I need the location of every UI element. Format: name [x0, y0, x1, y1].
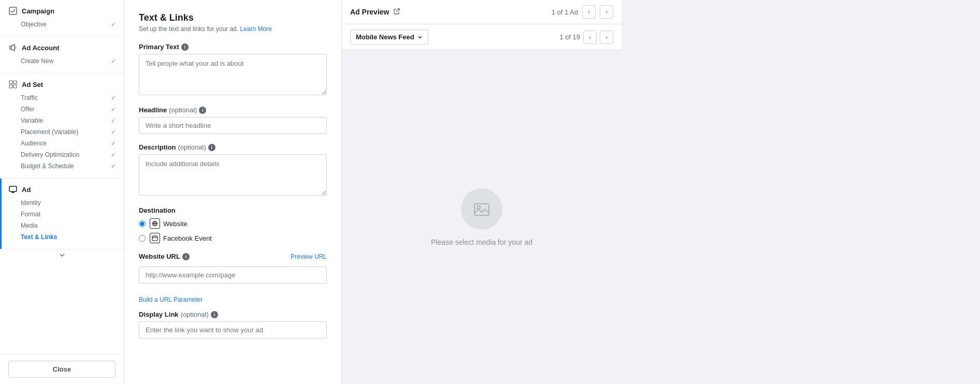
- headline-input[interactable]: [139, 117, 327, 134]
- preview-url-link[interactable]: Preview URL: [291, 253, 327, 260]
- ad-account-section: Ad Account Create New ✓: [0, 37, 124, 73]
- website-url-input[interactable]: [139, 267, 327, 284]
- destination-website-radio[interactable]: [139, 220, 146, 227]
- primary-text-input[interactable]: [139, 54, 327, 95]
- facebook-event-icon: [150, 233, 160, 243]
- identity-label: Identity: [21, 199, 41, 206]
- primary-text-info-icon[interactable]: i: [181, 43, 189, 51]
- audience-check: ✓: [111, 140, 116, 147]
- sidebar-item-audience[interactable]: Audience ✓: [8, 138, 116, 149]
- destination-section: Destination Website: [139, 206, 327, 243]
- delivery-check: ✓: [111, 152, 116, 158]
- media-placeholder: Please select media for your ad: [431, 188, 532, 246]
- facebook-event-label: Facebook Event: [163, 234, 212, 242]
- feed-label: Mobile News Feed: [356, 33, 414, 41]
- svg-rect-4: [13, 81, 17, 84]
- sidebar-footer: Close: [0, 354, 124, 384]
- display-link-input[interactable]: [139, 321, 327, 338]
- ad-account-header: Ad Account: [8, 43, 116, 52]
- grid-icon: [8, 80, 18, 89]
- description-info-icon[interactable]: i: [208, 144, 215, 151]
- description-label: Description (optional) i: [139, 143, 327, 151]
- sidebar-item-create-new[interactable]: Create New ✓: [8, 55, 116, 67]
- learn-more-link[interactable]: Learn More: [240, 25, 271, 33]
- website-url-label: Website URL i: [139, 253, 190, 260]
- format-label: Format: [21, 211, 40, 218]
- preview-title: Ad Preview: [350, 8, 389, 16]
- svg-rect-13: [152, 236, 157, 241]
- form-title: Text & Links: [139, 12, 327, 23]
- sidebar-item-budget[interactable]: Budget & Schedule ✓: [8, 160, 116, 172]
- svg-rect-0: [9, 7, 17, 14]
- offer-check: ✓: [111, 106, 116, 113]
- sidebar-item-variable[interactable]: Variable ✓: [8, 115, 116, 126]
- sidebar-item-placement[interactable]: Placement (Variable) ✓: [8, 126, 116, 138]
- campaign-label: Campaign: [22, 7, 54, 15]
- objective-label: Objective: [21, 21, 47, 28]
- preview-next-arrow[interactable]: ›: [600, 5, 613, 19]
- sidebar-item-traffic[interactable]: Traffic ✓: [8, 92, 116, 104]
- audience-label: Audience: [21, 140, 47, 147]
- svg-rect-7: [9, 186, 17, 191]
- svg-line-17: [396, 9, 399, 12]
- primary-text-group: Primary Text i: [139, 43, 327, 97]
- form-subtitle-text: Set up the text and links for your ad.: [139, 25, 238, 33]
- objective-check: ✓: [111, 21, 116, 28]
- description-input[interactable]: [139, 154, 327, 196]
- preview-feed-count: 1 of 19: [559, 33, 580, 41]
- preview-title-area: Ad Preview: [350, 8, 400, 17]
- svg-rect-3: [9, 81, 12, 84]
- headline-label: Headline (optional) i: [139, 106, 327, 114]
- chevron-down-icon: [417, 35, 423, 40]
- placement-check: ✓: [111, 129, 116, 136]
- ad-section: Ad Identity Format Media Text & Links: [0, 179, 124, 249]
- offer-label: Offer: [21, 106, 34, 113]
- create-new-check: ✓: [111, 58, 116, 65]
- preview-prev-arrow[interactable]: ‹: [582, 5, 596, 19]
- sidebar-item-delivery[interactable]: Delivery Optimization ✓: [8, 149, 116, 160]
- svg-rect-5: [9, 85, 12, 88]
- destination-facebook-event-radio[interactable]: [139, 235, 146, 242]
- display-link-label: Display Link (optional) i: [139, 311, 327, 318]
- feed-prev-arrow[interactable]: ‹: [583, 31, 597, 44]
- display-link-info-icon[interactable]: i: [211, 311, 218, 318]
- form-panel: Text & Links Set up the text and links f…: [124, 0, 342, 384]
- media-placeholder-icon: [461, 188, 502, 230]
- website-url-info-icon[interactable]: i: [182, 253, 190, 260]
- monitor-icon: [8, 185, 18, 194]
- sidebar-item-media[interactable]: Media: [8, 220, 116, 231]
- ad-label: Ad: [22, 186, 31, 194]
- preview-panel: Ad Preview 1 of 1 Ad ‹ › Mobile News Fee…: [342, 0, 622, 384]
- create-new-label: Create New: [21, 57, 53, 65]
- ad-set-section: Ad Set Traffic ✓ Offer ✓ Variable ✓ Plac…: [0, 73, 124, 179]
- preview-feed-count-area: 1 of 19 ‹ ›: [559, 31, 613, 44]
- external-link-icon[interactable]: [393, 8, 400, 17]
- close-button[interactable]: Close: [8, 361, 116, 378]
- preview-ad-count-area: 1 of 1 Ad ‹ ›: [552, 5, 613, 19]
- form-subtitle: Set up the text and links for your ad. L…: [139, 25, 327, 33]
- delivery-label: Delivery Optimization: [21, 151, 79, 158]
- build-url-param-link[interactable]: Build a URL Parameter: [139, 296, 203, 303]
- feed-next-arrow[interactable]: ›: [600, 31, 613, 44]
- budget-label: Budget & Schedule: [21, 163, 74, 170]
- preview-header: Ad Preview 1 of 1 Ad ‹ ›: [342, 0, 622, 24]
- sidebar-item-text-links[interactable]: Text & Links: [8, 231, 116, 243]
- media-placeholder-text: Please select media for your ad: [431, 238, 532, 246]
- sidebar-item-objective[interactable]: Objective ✓: [8, 19, 116, 30]
- svg-marker-1: [10, 45, 15, 51]
- preview-ad-count: 1 of 1 Ad: [552, 8, 578, 16]
- destination-facebook-event-option[interactable]: Facebook Event: [139, 233, 327, 243]
- sidebar-item-offer[interactable]: Offer ✓: [8, 104, 116, 115]
- destination-website-option[interactable]: Website: [139, 218, 327, 229]
- ad-account-label: Ad Account: [22, 44, 59, 52]
- campaign-section: Campaign Objective ✓: [0, 0, 124, 37]
- feed-selector-button[interactable]: Mobile News Feed: [350, 29, 428, 45]
- sidebar-item-format[interactable]: Format: [8, 209, 116, 220]
- headline-info-icon[interactable]: i: [199, 107, 206, 114]
- website-icon: [150, 218, 160, 229]
- sidebar-item-identity[interactable]: Identity: [8, 197, 116, 209]
- url-label-row: Website URL i Preview URL: [139, 253, 327, 260]
- placement-label: Placement (Variable): [21, 128, 78, 136]
- scroll-down-arrow[interactable]: [0, 249, 124, 262]
- checkbox-icon: [8, 6, 18, 16]
